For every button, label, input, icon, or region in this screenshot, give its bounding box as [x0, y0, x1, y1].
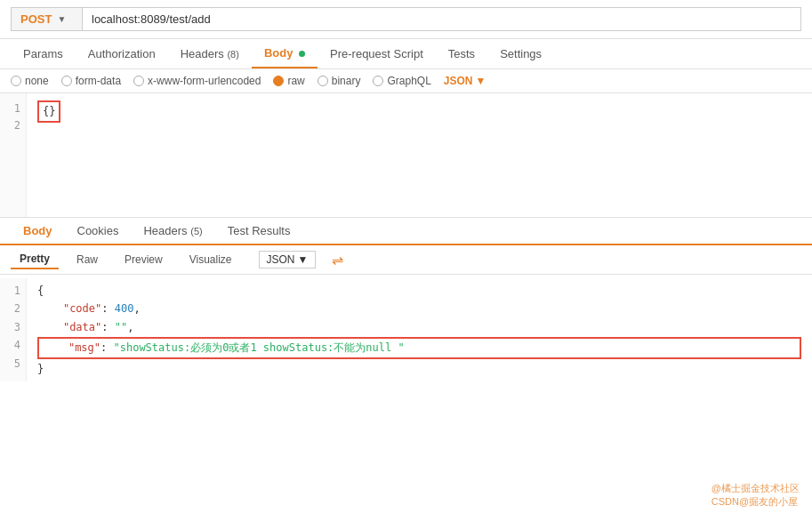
resp-ln-1: 1 [5, 282, 20, 300]
resp-json-chevron-icon: ▼ [298, 253, 309, 266]
body-dot [299, 51, 305, 57]
resp-raw-btn[interactable]: Raw [68, 251, 107, 269]
body-type-urlencoded[interactable]: x-www-form-urlencoded [133, 75, 261, 87]
resp-json-format-selector[interactable]: JSON ▼ [259, 251, 317, 269]
resp-line-5: } [37, 360, 801, 378]
resp-tab-headers[interactable]: Headers (5) [131, 218, 214, 244]
resp-json-format-label: JSON [267, 253, 295, 266]
resp-data-val: "" [115, 321, 127, 333]
editor-line-numbers: 1 2 [0, 93, 27, 217]
raw-label: raw [287, 75, 304, 87]
form-data-radio [61, 76, 72, 86]
tab-headers-label: Headers (8) [181, 47, 239, 60]
body-type-row: none form-data x-www-form-urlencoded raw… [0, 69, 812, 93]
binary-label: binary [332, 75, 361, 87]
resp-ln-4: 4 [5, 336, 20, 354]
response-options-row: Pretty Raw Preview Visualize JSON ▼ ⇌ [0, 245, 812, 275]
resp-tab-test-results-label: Test Results [228, 224, 291, 237]
resp-tab-headers-label: Headers (5) [143, 224, 202, 237]
resp-line-numbers: 1 2 3 4 5 [0, 278, 27, 381]
binary-radio [318, 76, 328, 86]
method-select[interactable]: POST ▼ [11, 7, 82, 31]
tab-pre-request[interactable]: Pre-request Script [318, 40, 436, 68]
resp-line-1: { [37, 282, 801, 300]
tab-headers[interactable]: Headers (8) [168, 40, 252, 68]
resp-visualize-btn[interactable]: Visualize [181, 251, 241, 269]
urlencoded-label: x-www-form-urlencoded [148, 75, 261, 87]
wrap-icon[interactable]: ⇌ [332, 252, 343, 269]
form-data-label: form-data [76, 75, 121, 87]
resp-code-key: "code" [63, 302, 101, 315]
tab-params-label: Params [23, 47, 63, 60]
main-tabs: Params Authorization Headers (8) Body Pr… [0, 39, 812, 69]
response-tabs-row: Body Cookies Headers (5) Test Results [0, 218, 812, 245]
resp-tab-cookies[interactable]: Cookies [65, 218, 132, 244]
resp-line-4: "msg": "showStatus:必须为0或者1 showStatus:不能… [37, 337, 801, 358]
resp-msg-key: "msg" [68, 341, 100, 354]
resp-line-2: "code": 400, [37, 300, 801, 317]
body-type-raw[interactable]: raw [273, 75, 304, 87]
tab-authorization-label: Authorization [88, 47, 156, 60]
tab-authorization[interactable]: Authorization [76, 40, 168, 68]
resp-content: { "code": 400, "data": "", "msg": "showS… [27, 278, 812, 381]
resp-tab-body[interactable]: Body [11, 218, 65, 244]
editor-code-highlighted: {} [37, 100, 60, 123]
resp-pretty-btn[interactable]: Pretty [11, 250, 59, 269]
tab-params[interactable]: Params [11, 40, 76, 68]
resp-ln-2: 2 [5, 300, 20, 317]
resp-tab-body-label: Body [23, 224, 52, 237]
resp-code-val: 400 [115, 302, 134, 315]
json-format-selector[interactable]: JSON ▼ [444, 75, 486, 87]
request-bar: POST ▼ [0, 0, 812, 39]
resp-msg-val: "showStatus:必须为0或者1 showStatus:不能为null " [113, 341, 404, 354]
body-type-binary[interactable]: binary [318, 75, 361, 87]
resp-preview-btn[interactable]: Preview [116, 251, 172, 269]
resp-ln-3: 3 [5, 318, 20, 336]
resp-tab-test-results[interactable]: Test Results [215, 218, 303, 244]
none-radio [11, 76, 21, 86]
tab-body[interactable]: Body [252, 39, 318, 68]
resp-tab-cookies-label: Cookies [77, 224, 119, 237]
url-input[interactable] [82, 7, 801, 31]
method-chevron-icon: ▼ [57, 14, 66, 24]
urlencoded-radio [133, 76, 144, 86]
json-format-label: JSON [444, 75, 473, 87]
resp-line-3: "data": "", [37, 318, 801, 336]
response-section: Body Cookies Headers (5) Test Results Pr… [0, 218, 812, 385]
raw-radio [273, 76, 284, 86]
resp-data-key: "data" [63, 321, 101, 333]
json-format-chevron-icon: ▼ [476, 75, 486, 87]
tab-settings-label: Settings [500, 47, 542, 60]
editor-content[interactable]: {} [27, 93, 812, 217]
body-type-graphql[interactable]: GraphQL [373, 75, 430, 87]
resp-msg-highlighted: "msg": "showStatus:必须为0或者1 showStatus:不能… [37, 337, 801, 358]
line-num-1: 1 [5, 100, 20, 117]
resp-ln-5: 5 [5, 355, 20, 373]
body-type-none[interactable]: none [11, 75, 49, 87]
tab-settings[interactable]: Settings [487, 40, 554, 68]
response-body: 1 2 3 4 5 { "code": 400, "data": "", "ms… [0, 275, 812, 385]
editor-area: 1 2 {} [0, 93, 812, 218]
tab-pre-request-label: Pre-request Script [330, 47, 423, 60]
method-label: POST [20, 12, 52, 26]
line-num-2: 2 [5, 117, 20, 134]
tab-tests[interactable]: Tests [436, 40, 487, 68]
tab-body-label: Body [264, 46, 293, 60]
graphql-label: GraphQL [387, 75, 430, 87]
graphql-radio [373, 76, 383, 86]
tab-tests-label: Tests [448, 47, 475, 60]
none-label: none [25, 75, 49, 87]
body-type-form-data[interactable]: form-data [61, 75, 121, 87]
